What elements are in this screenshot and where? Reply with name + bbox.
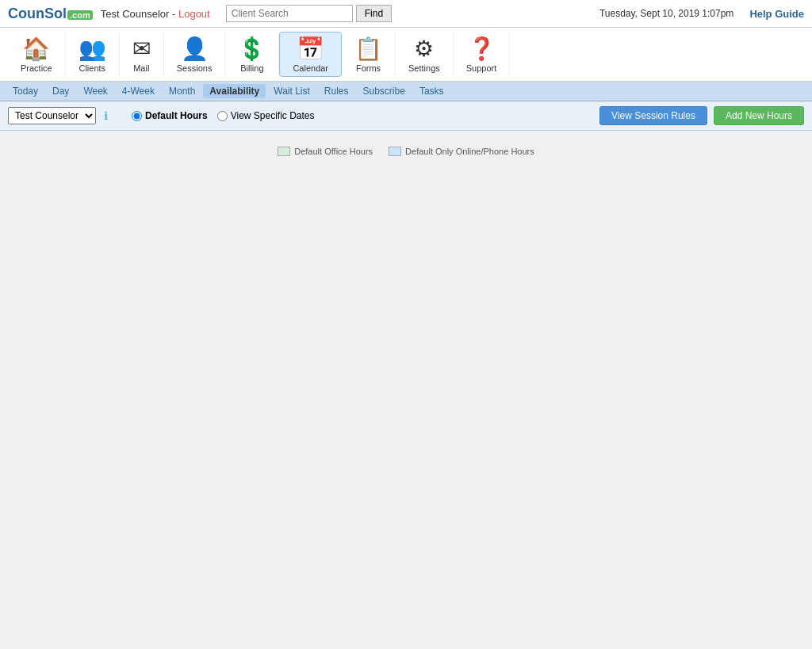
nav-icons-bar: 🏠Practice👥Clients✉Mail👤Sessions💲Billing📅… [0,28,812,82]
legend: Default Office Hours Default Only Online… [6,140,806,162]
legend-blue: Default Only Online/Phone Hours [389,147,534,156]
counselor-select[interactable]: Test Counselor [8,107,96,124]
nav-icon-practice[interactable]: 🏠Practice [8,32,66,76]
view-mode-radio-group: Default Hours View Specific Dates [132,110,315,121]
legend-green: Default Office Hours [278,147,373,156]
sub-nav-bar: TodayDayWeek4-WeekMonthAvailabilityWait … [0,82,812,101]
practice-label: Practice [21,63,52,73]
legend-blue-box [389,147,401,156]
help-guide-link[interactable]: Help Guide [749,8,804,20]
nav-icon-mail[interactable]: ✉Mail [120,32,164,76]
sub-nav-rules[interactable]: Rules [318,84,355,98]
logout-link[interactable]: Logout [178,8,210,20]
calendar-label: Calendar [293,63,328,73]
support-icon: ❓ [468,36,496,62]
nav-icon-support[interactable]: ❓Support [454,32,511,76]
clients-icon: 👥 [79,36,106,62]
sessions-label: Sessions [177,63,213,73]
default-hours-label: Default Hours [145,110,208,121]
sub-nav-today[interactable]: Today [6,84,44,98]
legend-green-label: Default Office Hours [294,147,373,156]
sub-nav-day[interactable]: Day [46,84,75,98]
legend-blue-label: Default Only Online/Phone Hours [405,147,534,156]
practice-icon: 🏠 [22,36,50,62]
nav-icon-settings[interactable]: ⚙Settings [396,32,454,76]
view-specific-radio[interactable] [217,111,228,121]
settings-label: Settings [408,63,440,73]
search-box: Find [226,5,392,22]
sub-nav-week[interactable]: Week [77,84,113,98]
header: CounSol.com Test Counselor - Logout Find… [0,0,812,28]
nav-icon-clients[interactable]: 👥Clients [66,32,120,76]
counselor-prefix: Test Counselor - [101,8,178,20]
mail-icon: ✉ [132,36,151,62]
view-specific-label: View Specific Dates [231,110,315,121]
sub-nav-month[interactable]: Month [163,84,201,98]
sessions-icon: 👤 [181,36,209,62]
counselor-name: Test Counselor - Logout [101,8,210,20]
datetime-display: Tuesday, Sept 10, 2019 1:07pm [599,8,733,19]
add-new-hours-button[interactable]: Add New Hours [714,106,804,125]
search-input[interactable] [226,5,353,22]
logo-badge: .com [67,10,93,20]
clients-label: Clients [79,63,105,73]
settings-icon: ⚙ [414,36,434,62]
calendar-icon: 📅 [297,36,324,62]
nav-icon-sessions[interactable]: 👤Sessions [164,32,226,76]
sub-nav-tasks[interactable]: Tasks [413,84,450,98]
billing-icon: 💲 [238,36,266,62]
toolbar: Test Counselor ℹ Default Hours View Spec… [0,101,812,131]
forms-label: Forms [356,63,381,73]
support-label: Support [466,63,497,73]
view-specific-radio-label[interactable]: View Specific Dates [217,110,315,121]
forms-icon: 📋 [354,36,382,62]
billing-label: Billing [240,63,263,73]
sub-nav-waitlist[interactable]: Wait List [267,84,316,98]
nav-icon-calendar[interactable]: 📅Calendar [279,32,342,77]
sub-nav-subscribe[interactable]: Subscribe [357,84,412,98]
logo-area: CounSol.com [8,6,93,22]
legend-green-box [278,147,290,156]
main-content: Default Office Hours Default Only Online… [0,131,812,169]
nav-icon-billing[interactable]: 💲Billing [225,32,279,76]
find-button[interactable]: Find [356,5,392,22]
sub-nav-4week[interactable]: 4-Week [116,84,161,98]
default-hours-radio[interactable] [132,111,142,121]
sub-nav-availability[interactable]: Availability [203,84,266,98]
info-icon[interactable]: ℹ [104,109,108,122]
view-session-rules-button[interactable]: View Session Rules [599,106,707,125]
nav-icon-forms[interactable]: 📋Forms [342,32,396,76]
app-logo: CounSol.com [8,6,93,22]
default-hours-radio-label[interactable]: Default Hours [132,110,208,121]
mail-label: Mail [133,63,149,73]
